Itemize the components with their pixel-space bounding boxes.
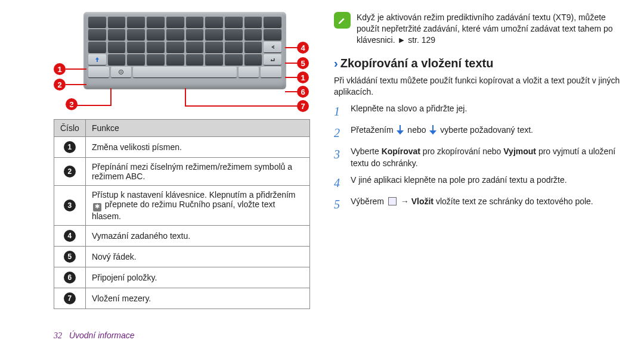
row-text-2: Přepínání mezi číselným režimem/režimem … <box>85 158 309 186</box>
row-text-7: Vložení mezery. <box>85 288 309 309</box>
page-footer: 32 Úvodní informace <box>54 331 135 341</box>
selection-handle-right-icon <box>429 125 436 135</box>
svg-point-1 <box>120 71 122 73</box>
svg-rect-3 <box>432 125 434 130</box>
svg-rect-2 <box>400 125 401 130</box>
clipboard-icon <box>388 197 397 205</box>
pen-icon <box>334 12 351 29</box>
selection-handle-left-icon <box>397 125 404 135</box>
step-2: 2 Přetažením nebo vyberte požadovaný tex… <box>334 124 626 141</box>
keyboard-body <box>83 12 286 89</box>
step-5: 5 Výběrem → Vložit vložíte text ze schrá… <box>334 196 626 213</box>
row-text-1: Změna velikosti písmen. <box>85 137 309 158</box>
step-1: 1 Klepněte na slovo a přidržte jej. <box>334 103 626 120</box>
table-header-fn: Funkce <box>85 120 309 137</box>
step-4: 4 V jiné aplikaci klepněte na pole pro z… <box>334 174 626 191</box>
step-3: 3 Vyberte Kopírovat pro zkopírování nebo… <box>334 146 626 169</box>
callout-1-right: 1 <box>297 71 309 83</box>
table-row: 3 Přístup k nastavení klávesnice. Klepnu… <box>54 186 310 226</box>
row-num-1: 1 <box>64 141 76 153</box>
row-num-2: 2 <box>64 166 76 177</box>
row-num-5: 5 <box>64 251 76 263</box>
row-num-7: 7 <box>64 292 76 304</box>
table-row: 6 Připojení položky. <box>54 267 310 288</box>
table-row: 2 Přepínání mezi číselným režimem/režime… <box>54 158 310 186</box>
callout-5-right: 5 <box>297 57 309 69</box>
tip-text: Když je aktivován režim prediktivního za… <box>357 12 626 46</box>
table-row: 7 Vložení mezery. <box>54 288 310 309</box>
row-num-4: 4 <box>64 230 76 242</box>
tip-box: Když je aktivován režim prediktivního za… <box>334 12 626 46</box>
section-intro: Při vkládání textu můžete použít funkci … <box>334 75 626 98</box>
page-number: 32 <box>54 331 62 340</box>
callout-1-left: 1 <box>54 63 66 75</box>
function-table: Číslo Funkce 1 Změna velikosti písmen. 2… <box>54 119 310 309</box>
section-heading: ›Zkopírování a vložení textu <box>334 57 626 70</box>
table-row: 1 Změna velikosti písmen. <box>54 137 310 158</box>
table-header-num: Číslo <box>54 120 86 137</box>
row-num-3: 3 <box>64 200 76 211</box>
row-text-6: Připojení položky. <box>85 267 309 288</box>
callout-4-right: 4 <box>297 42 309 54</box>
row-num-6: 6 <box>64 272 76 283</box>
steps-list: 1 Klepněte na slovo a přidržte jej. 2 Př… <box>334 103 626 212</box>
breadcrumb: Úvodní informace <box>69 331 135 340</box>
callout-2-left: 2 <box>54 79 66 91</box>
table-row: 4 Vymazání zadaného textu. <box>54 226 310 247</box>
keyboard-diagram: 1 2 3 4 5 1 6 7 <box>54 12 310 107</box>
row-text-5: Nový řádek. <box>85 247 309 267</box>
callout-3-left: 3 <box>66 98 78 110</box>
gear-icon <box>93 203 101 211</box>
row-text-4: Vymazání zadaného textu. <box>85 226 309 247</box>
table-row: 5 Nový řádek. <box>54 247 310 267</box>
row-text-3: Přístup k nastavení klávesnice. Klepnutí… <box>85 186 309 226</box>
callout-6-right: 6 <box>297 86 309 98</box>
chevron-icon: › <box>334 57 338 70</box>
